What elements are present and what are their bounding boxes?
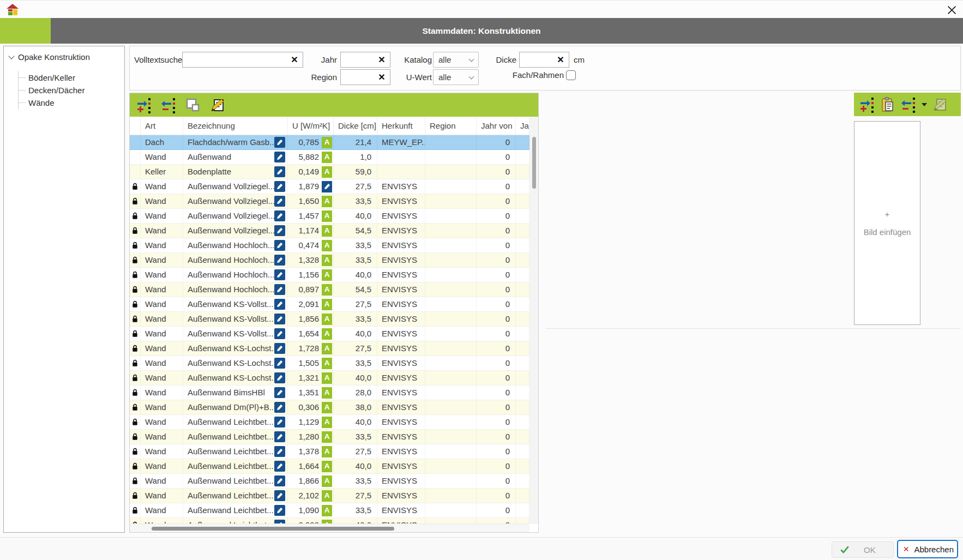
- edit-pencil-icon[interactable]: [274, 181, 285, 192]
- table-row[interactable]: WandAußenwand Leichtbet...1,378A27,5ENVI…: [130, 444, 529, 459]
- dropdown-caret-icon[interactable]: [922, 103, 927, 106]
- edit-pencil-icon[interactable]: [274, 505, 285, 516]
- tree-node-opake-konstruktion[interactable]: Opake Konstruktion: [4, 51, 124, 63]
- remove-image-icon[interactable]: [900, 96, 917, 113]
- table-row[interactable]: WandAußenwand Hochloch...1,328A33,5ENVIS…: [130, 253, 529, 268]
- edit-pencil-icon[interactable]: [274, 166, 285, 177]
- edit-pencil-icon[interactable]: [274, 240, 285, 251]
- edit-pencil-icon[interactable]: [274, 446, 285, 457]
- edit-pencil-icon[interactable]: [274, 328, 285, 339]
- table-row[interactable]: WandAußenwand KS-Lochst...1,321A40,0ENVI…: [130, 371, 529, 386]
- edit-pencil-icon[interactable]: [274, 475, 285, 486]
- edit-pencil-icon[interactable]: [274, 269, 285, 280]
- fach-rahmen-checkbox[interactable]: [566, 70, 576, 80]
- add-image-icon[interactable]: [858, 96, 876, 113]
- table-row[interactable]: WandAußenwand Vollziegel...1,174A54,5ENV…: [130, 224, 529, 238]
- edit-pencil-icon[interactable]: [274, 137, 285, 148]
- edit-pencil-icon[interactable]: [274, 314, 285, 324]
- table-row[interactable]: WandAußenwand KS-Vollst...2,091A27,5ENVI…: [130, 297, 529, 312]
- cell-region: [425, 297, 477, 311]
- edit-pencil-icon[interactable]: [274, 255, 285, 266]
- vertical-scrollbar-thumb[interactable]: [532, 137, 536, 189]
- cell-u-wert: 5,882A: [288, 150, 334, 164]
- edit-pencil-icon[interactable]: [274, 490, 285, 501]
- table-row[interactable]: WandAußenwand BimsHBl1,351A28,0ENVISYS0: [130, 386, 529, 400]
- table-row[interactable]: WandAußenwand KS-Lochst...1,505A33,5ENVI…: [130, 356, 529, 371]
- vertical-scrollbar[interactable]: [529, 117, 538, 524]
- chevron-down-icon[interactable]: [8, 53, 14, 59]
- table-row[interactable]: WandAußenwand5,882A1,00: [130, 150, 529, 165]
- table-row[interactable]: WandAußenwand KS-Vollst...1,856A33,5ENVI…: [130, 312, 529, 327]
- cell-jahr-bis: [516, 209, 529, 223]
- table-row[interactable]: WandAußenwand Leichtbet...1,866A33,5ENVI…: [130, 474, 529, 489]
- jahr-input[interactable]: [343, 52, 377, 67]
- region-input[interactable]: [343, 70, 377, 85]
- uwert-select[interactable]: alle: [433, 69, 479, 85]
- edit-pencil-icon[interactable]: [274, 402, 285, 413]
- copy-row-icon[interactable]: [184, 97, 202, 114]
- table-row[interactable]: WandAußenwand Leichtbet...1,090A33,5ENVI…: [130, 503, 529, 518]
- table-row[interactable]: WandAußenwand KS-Vollst...1,654A40,0ENVI…: [130, 327, 529, 341]
- add-row-icon[interactable]: [135, 97, 153, 114]
- table-row[interactable]: KellerBodenplatte0,149A59,00: [130, 165, 529, 179]
- table-row[interactable]: WandAußenwand Leichtbet...1,280A33,5ENVI…: [130, 430, 529, 444]
- edit-pencil-icon[interactable]: [274, 358, 285, 369]
- header-dicke[interactable]: Dicke [cm]: [334, 117, 377, 135]
- katalog-select[interactable]: alle: [433, 52, 479, 68]
- table-row[interactable]: WandAußenwand Dm(Pl)+B...0,306A38,0ENVIS…: [130, 400, 529, 415]
- table-row[interactable]: WandAußenwand Leichtbet...1,129A40,0ENVI…: [130, 415, 529, 430]
- paste-image-icon[interactable]: [879, 96, 896, 113]
- edit-pencil-icon[interactable]: [274, 431, 285, 442]
- edit-pencil-icon[interactable]: [274, 372, 285, 383]
- table-row[interactable]: WandAußenwand Hochloch...0,474A33,5ENVIS…: [130, 238, 529, 253]
- volltextsuche-input[interactable]: [185, 52, 290, 67]
- edit-pencil-icon[interactable]: [274, 196, 285, 207]
- u-value: 2,091: [298, 297, 319, 311]
- insert-image-dropzone[interactable]: + Bild einfügen: [854, 121, 920, 325]
- edit-pencil-icon[interactable]: [274, 343, 285, 354]
- table-row[interactable]: WandAußenwand Vollziegel...1,87927,5ENVI…: [130, 179, 529, 194]
- edit-pencil-icon[interactable]: [274, 417, 285, 427]
- cancel-button[interactable]: Abbrechen: [897, 540, 958, 558]
- edit-pencil-icon[interactable]: [274, 299, 285, 310]
- table-row[interactable]: WandAußenwand Leichtbet...1,664A40,0ENVI…: [130, 459, 529, 474]
- header-u-wert[interactable]: U [W/m²K]: [288, 117, 334, 135]
- table-row[interactable]: WandAußenwand Hochloch...0,897A54,5ENVIS…: [130, 282, 529, 297]
- cell-u-wert: 1,129A: [288, 415, 334, 429]
- edit-pencil-icon[interactable]: [274, 210, 285, 221]
- edit-pencil-icon[interactable]: [274, 152, 285, 162]
- remove-row-icon[interactable]: [160, 97, 177, 114]
- table-row[interactable]: WandAußenwand Hochloch...1,156A40,0ENVIS…: [130, 268, 529, 282]
- header-jahr-bis[interactable]: Jah: [516, 117, 529, 135]
- table-row[interactable]: WandAußenwand KS-Lochst...1,728A27,5ENVI…: [130, 341, 529, 356]
- edit-pencil-icon[interactable]: [274, 387, 285, 398]
- horizontal-scrollbar[interactable]: [130, 523, 529, 532]
- cell-dicke: 27,5: [334, 179, 377, 194]
- table-row[interactable]: WandAußenwand Leichtbet...2,102A27,5ENVI…: [130, 489, 529, 503]
- tree-node-child-2[interactable]: Wände: [19, 97, 124, 109]
- header-art[interactable]: Art: [141, 117, 183, 135]
- clear-volltextsuche-icon[interactable]: ✕: [288, 52, 300, 67]
- cell-bezeichnung: Außenwand Leichtbet...: [183, 415, 288, 429]
- ok-button[interactable]: OK: [832, 541, 894, 558]
- edit-pencil-icon[interactable]: [274, 284, 285, 295]
- header-bezeichnung[interactable]: Bezeichnung: [183, 117, 288, 135]
- table-row[interactable]: DachFlachdach/warm Gasb...0,785A21,4MEYW…: [130, 135, 529, 150]
- clear-region-icon[interactable]: ✕: [376, 70, 388, 85]
- edit-pencil-icon[interactable]: [274, 225, 285, 236]
- clear-dicke-icon[interactable]: ✕: [555, 52, 567, 67]
- dicke-input[interactable]: [522, 52, 556, 67]
- cell-u-wert: 1,664A: [288, 459, 334, 473]
- table-row[interactable]: WandAußenwand Vollziegel...1,650A33,5ENV…: [130, 194, 529, 209]
- close-icon[interactable]: [944, 3, 959, 17]
- tree-node-child-0[interactable]: Böden/Keller: [19, 71, 124, 84]
- table-row[interactable]: WandAußenwand Vollziegel...1,457A40,0ENV…: [130, 209, 529, 224]
- header-jahr-von[interactable]: Jahr von: [477, 117, 516, 135]
- edit-catalog-icon[interactable]: [209, 97, 226, 114]
- edit-pencil-icon[interactable]: [274, 461, 285, 472]
- header-herkunft[interactable]: Herkunft: [377, 117, 425, 135]
- horizontal-scrollbar-thumb[interactable]: [152, 527, 394, 531]
- header-region[interactable]: Region: [425, 117, 477, 135]
- clear-jahr-icon[interactable]: ✕: [376, 52, 388, 67]
- tree-node-child-1[interactable]: Decken/Dächer: [19, 84, 124, 97]
